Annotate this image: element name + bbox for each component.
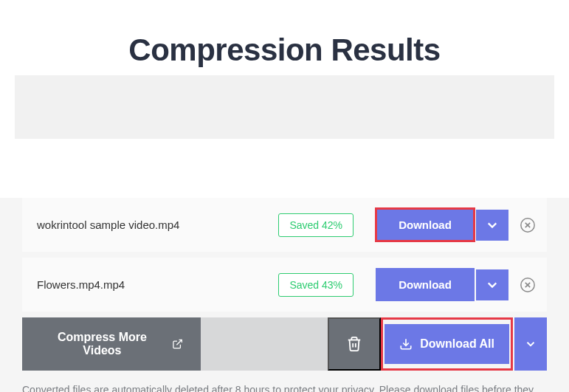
download-all-label: Download All [420,337,494,351]
download-button[interactable]: Download [376,268,475,301]
close-circle-icon [520,277,536,293]
file-name: wokrintool sample video.mp4 [37,219,278,231]
chevron-down-icon [487,220,497,230]
ad-placeholder [15,75,554,139]
download-dropdown[interactable] [476,269,508,300]
header-spacer [0,75,569,198]
saved-badge: Saved 42% [278,213,354,237]
delete-all-button[interactable] [328,317,381,371]
remove-button[interactable] [517,215,538,235]
download-all-button[interactable]: Download All [384,324,509,364]
download-dropdown[interactable] [476,210,508,241]
chevron-down-icon [526,339,535,349]
download-icon [399,337,413,351]
external-link-icon [172,338,183,350]
saved-badge: Saved 43% [278,273,354,297]
download-all-dropdown[interactable] [514,317,547,371]
download-button[interactable]: Download [376,208,475,241]
deletion-notice: Converted files are automatically delete… [0,371,569,392]
trash-icon [346,335,362,353]
compress-more-button[interactable]: Compress More Videos [22,317,201,371]
chevron-down-icon [487,280,497,290]
remove-button[interactable] [517,275,538,295]
file-name: Flowers.mp4.mp4 [37,278,278,291]
file-row: wokrintool sample video.mp4 Saved 42% Do… [22,198,547,252]
download-all-highlight: Download All [381,317,513,371]
results-list: wokrintool sample video.mp4 Saved 42% Do… [0,198,569,371]
svg-line-6 [176,340,182,345]
close-circle-icon [520,217,536,233]
bottom-action-bar: Compress More Videos [22,317,547,371]
spacer [201,317,328,371]
file-row: Flowers.mp4.mp4 Saved 43% Download [22,258,547,312]
compress-more-label: Compress More Videos [40,331,165,357]
